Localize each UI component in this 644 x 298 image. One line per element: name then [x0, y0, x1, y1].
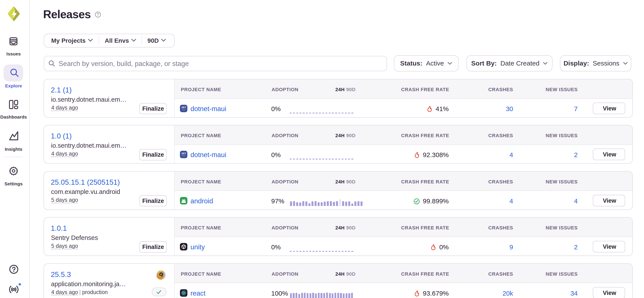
- svg-text:.NET: .NET: [181, 152, 186, 155]
- svg-text:MAUI: MAUI: [182, 155, 186, 156]
- svg-text:.NET: .NET: [181, 106, 186, 109]
- svg-text:MAUI: MAUI: [182, 109, 186, 110]
